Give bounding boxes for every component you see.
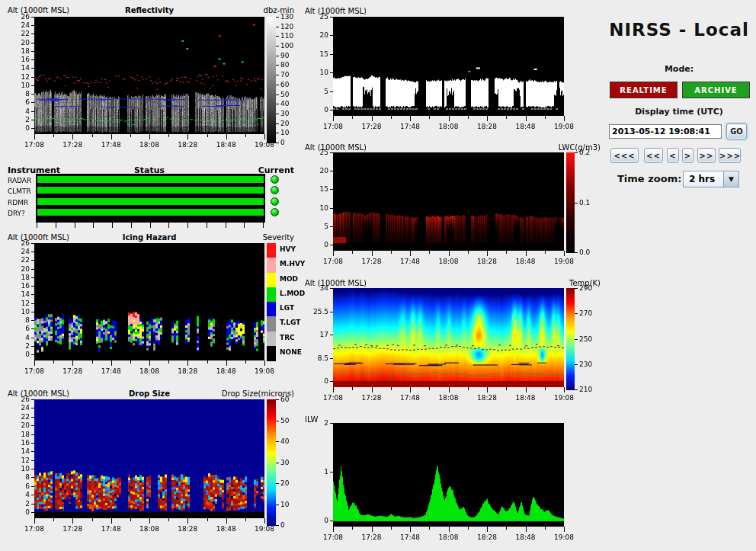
y-tick [31,94,34,95]
status-row-label: DRY? [8,210,25,217]
x-tick-label: 17:48 [397,123,423,130]
drop_size-colorbar [267,399,276,526]
x-tick [410,527,411,532]
archive-button[interactable]: ARCHIVE [682,82,750,98]
legend-swatch-T.LGT [267,316,276,332]
x-tick [168,360,169,364]
y-tick [31,408,34,408]
x-tick-label: 17:08 [21,141,47,149]
x-tick [226,134,227,139]
y-tick [31,512,34,513]
display-time-label: Display time (UTC) [602,107,756,117]
y-tick-label: 8.5 [306,354,328,362]
x-tick [207,360,208,364]
drop_size-title: Drop Size [96,389,203,398]
y-tick-label: 20 [306,167,328,175]
y-tick [330,521,333,521]
x-tick-label: 17:28 [359,394,385,402]
y-tick [31,243,34,244]
x-tick-label: 19:08 [251,367,277,375]
x-tick-label: 17:48 [98,525,124,533]
x-tick [92,518,93,521]
x-tick [149,134,150,139]
nav-back-fast[interactable]: <<< [610,148,639,163]
y-tick-label: 2 [7,500,30,508]
y-tick-label: 5 [306,88,328,95]
reflectivity-colorbar [267,17,276,143]
y-tick [330,54,333,55]
time-zoom-select[interactable]: 2 hrs ▼ [683,171,739,187]
x-tick-label: 17:08 [320,123,346,130]
display-time-input[interactable] [609,124,722,139]
y-tick-label: 14 [7,64,30,72]
x-tick [468,251,469,254]
x-tick [391,251,392,254]
colorbar-tick-label: 100 [280,42,293,50]
x-tick [352,387,353,390]
icing_hazard-legend-label: Severity [233,233,294,242]
x-tick [372,251,373,256]
y-tick-label: 1 [306,468,328,476]
x-tick [564,116,565,121]
x-tick [468,116,469,119]
colorbar-tick-label: 10 [280,129,289,136]
y-tick-label: 2 [7,342,30,350]
lwc-plot-canvas [333,152,564,251]
x-tick-label: 17:28 [359,533,385,541]
colorbar-tick-label: 0 [280,521,285,529]
colorbar-tick [276,27,279,27]
nav-back[interactable]: << [644,148,663,163]
y-tick [31,260,34,261]
x-tick [506,527,507,530]
y-tick [31,460,34,461]
ilw-plot-canvas [333,423,564,527]
y-tick [330,381,333,382]
colorbar-tick [276,133,279,133]
status-row-label: RDMR [8,199,28,207]
drop_size-plot-canvas [34,399,264,518]
colorbar-tick-label: 230 [579,360,592,368]
x-tick [352,527,353,530]
legend-swatch-MOD [267,273,276,288]
status-indicator-RDMR [271,197,279,206]
nav-back-step[interactable]: < [667,148,679,163]
chevron-down-icon[interactable]: ▼ [723,171,738,187]
y-tick [31,303,34,304]
nav-forward-fast[interactable]: >>> [719,148,741,163]
colorbar-tick [276,75,279,75]
x-tick [564,527,565,532]
y-tick-label: 12 [7,456,30,464]
y-tick-label: 18 [7,274,30,281]
colorbar-tick-label: 0 [280,139,285,146]
x-tick [72,518,73,524]
y-tick-label: 16 [7,282,30,290]
go-button[interactable]: GO [726,123,747,139]
y-tick [31,68,34,69]
status-x-tick [150,223,151,228]
y-tick-label: 34 [306,284,328,292]
y-tick [31,85,34,86]
x-tick [449,527,450,532]
y-tick [31,451,34,452]
x-tick [449,251,450,256]
legend-entry-label: L.MOD [280,290,305,297]
x-tick [333,251,334,256]
y-tick-label: 10 [306,204,328,212]
x-tick [545,527,546,530]
x-tick-label: 18:08 [436,123,462,130]
colorbar-tick [575,288,578,289]
realtime-button[interactable]: REALTIME [610,82,678,98]
y-tick [330,91,333,92]
nav-forward-step[interactable]: > [682,148,694,163]
nav-forward[interactable]: >> [697,148,716,163]
colorbar-tick-label: 50 [280,417,289,424]
x-tick [130,360,131,364]
y-tick-label: 18 [7,431,30,438]
y-tick [330,72,333,73]
x-tick [372,527,373,532]
y-tick-label: 22 [7,256,30,264]
time-zoom-value: 2 hrs [684,171,723,187]
y-tick [31,495,34,495]
x-tick [207,134,208,137]
x-tick [168,134,169,137]
